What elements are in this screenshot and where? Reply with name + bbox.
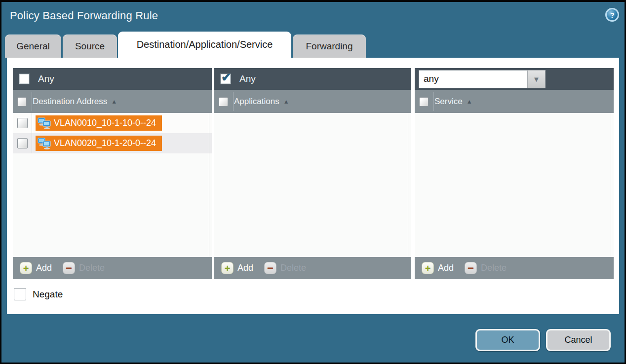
check-icon: ✔: [221, 71, 231, 84]
destination-add-button[interactable]: + Add: [20, 262, 52, 274]
applications-list: [214, 113, 411, 257]
service-footer-bar: + Add − Delete: [415, 257, 614, 279]
dropdown-button[interactable]: ▼: [527, 70, 546, 88]
destination-any-checkbox[interactable]: [19, 73, 30, 84]
destination-any-label: Any: [38, 73, 54, 84]
destination-address-column: Any Destination Address ▲: [13, 68, 212, 279]
minus-icon: −: [465, 262, 477, 274]
service-header-label: Service: [434, 97, 463, 107]
plus-icon: +: [422, 262, 434, 274]
help-icon[interactable]: ?: [605, 8, 619, 22]
applications-column-header[interactable]: Applications ▲: [214, 90, 411, 113]
sort-asc-icon: ▲: [111, 98, 117, 105]
service-add-button[interactable]: + Add: [422, 262, 454, 274]
destination-list: VLAN0010_10-1-10-0--24: [13, 113, 212, 257]
plus-icon: +: [221, 262, 234, 274]
table-row[interactable]: VLAN0020_10-1-20-0--24: [13, 133, 212, 153]
applications-any-bar: ✔ Any: [214, 68, 411, 90]
delete-button-label: Delete: [79, 263, 105, 273]
negate-label: Negate: [33, 289, 63, 300]
service-delete-button[interactable]: − Delete: [465, 262, 507, 274]
negate-checkbox[interactable]: [14, 288, 26, 300]
address-object-chip[interactable]: VLAN0010_10-1-10-0--24: [36, 115, 162, 131]
chevron-down-icon: ▼: [533, 75, 540, 83]
help-glyph: ?: [610, 11, 614, 19]
network-address-icon: [38, 138, 51, 149]
sort-asc-icon: ▲: [467, 98, 472, 105]
applications-column: ✔ Any Applications ▲ + Add − Delete: [214, 68, 411, 279]
destination-selectall-checkbox[interactable]: [17, 97, 27, 107]
service-dropdown-bar: ▼: [415, 68, 614, 90]
row-checkbox[interactable]: [17, 138, 28, 148]
applications-footer-bar: + Add − Delete: [214, 257, 411, 279]
row-checkbox[interactable]: [17, 118, 28, 128]
network-address-icon: [38, 117, 51, 129]
applications-header-label: Applications: [234, 97, 279, 107]
policy-based-forwarding-dialog: Policy Based Forwarding Rule ? General S…: [1, 2, 625, 363]
address-object-chip[interactable]: VLAN0020_10-1-20-0--24: [36, 136, 162, 151]
minus-icon: −: [264, 262, 276, 274]
ok-button[interactable]: OK: [475, 329, 540, 351]
applications-any-checkbox[interactable]: ✔: [220, 73, 231, 84]
tab-content-panel: Any Destination Address ▲: [7, 58, 619, 314]
sort-asc-icon: ▲: [283, 98, 289, 105]
destination-any-bar: Any: [13, 68, 212, 90]
service-mode-input[interactable]: [419, 70, 527, 88]
applications-selectall-checkbox[interactable]: [219, 97, 228, 107]
tab-destination-application-service[interactable]: Destination/Application/Service: [118, 32, 291, 58]
add-button-label: Add: [237, 263, 253, 273]
add-button-label: Add: [36, 263, 52, 273]
cancel-button[interactable]: Cancel: [546, 329, 611, 351]
tab-forwarding[interactable]: Forwarding: [293, 35, 366, 58]
table-row[interactable]: VLAN0010_10-1-10-0--24: [13, 113, 212, 133]
applications-add-button[interactable]: + Add: [221, 262, 253, 274]
dialog-title: Policy Based Forwarding Rule: [10, 9, 158, 22]
service-column-header[interactable]: Service ▲: [415, 90, 614, 113]
applications-delete-button[interactable]: − Delete: [264, 262, 306, 274]
destination-footer-bar: + Add − Delete: [13, 257, 212, 279]
minus-icon: −: [63, 262, 75, 274]
destination-delete-button[interactable]: − Delete: [63, 262, 105, 274]
service-list: [415, 113, 614, 257]
service-mode-dropdown[interactable]: ▼: [419, 70, 546, 88]
tab-general[interactable]: General: [5, 35, 61, 58]
negate-option: Negate: [14, 288, 63, 300]
destination-column-header[interactable]: Destination Address ▲: [13, 90, 212, 113]
destination-header-label: Destination Address: [33, 97, 107, 107]
applications-any-label: Any: [239, 73, 256, 84]
plus-icon: +: [20, 262, 32, 274]
address-object-label: VLAN0020_10-1-20-0--24: [54, 138, 156, 148]
tab-source[interactable]: Source: [63, 35, 117, 58]
service-selectall-checkbox[interactable]: [419, 97, 429, 107]
delete-button-label: Delete: [481, 263, 507, 273]
address-object-label: VLAN0010_10-1-10-0--24: [54, 118, 156, 128]
add-button-label: Add: [438, 263, 454, 273]
delete-button-label: Delete: [280, 263, 306, 273]
service-column: ▼ Service ▲ + Add − Delete: [415, 68, 614, 279]
